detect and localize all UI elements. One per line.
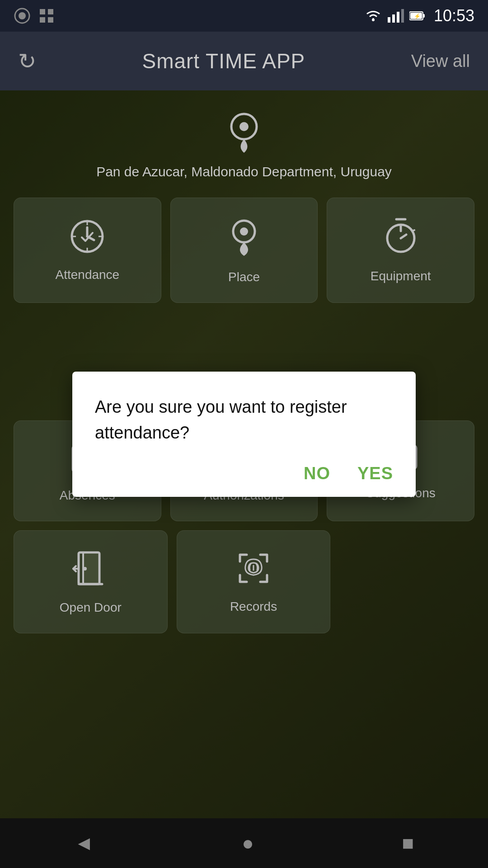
confirm-dialog: Are you sure you want to register attend… bbox=[72, 372, 416, 497]
yes-button[interactable]: YES bbox=[357, 464, 393, 483]
dialog-message: Are you sure you want to register attend… bbox=[95, 394, 393, 446]
dialog-overlay: Are you sure you want to register attend… bbox=[0, 0, 488, 868]
dialog-actions: NO YES bbox=[95, 464, 393, 483]
no-button[interactable]: NO bbox=[304, 464, 330, 483]
